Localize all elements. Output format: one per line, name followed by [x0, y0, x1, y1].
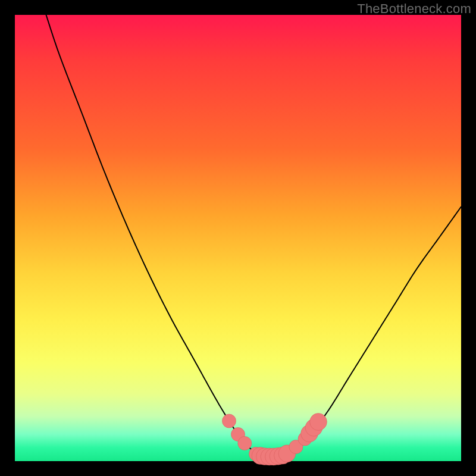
curve-marker: [222, 414, 236, 428]
curve-marker: [238, 436, 252, 450]
plot-area: [15, 15, 461, 461]
curve-markers: [222, 414, 327, 465]
chart-svg: [15, 15, 461, 461]
bottleneck-curve: [46, 15, 462, 457]
watermark-text: TheBottleneck.com: [357, 1, 471, 17]
outer-frame: TheBottleneck.com: [0, 0, 476, 476]
curve-marker: [310, 414, 327, 431]
